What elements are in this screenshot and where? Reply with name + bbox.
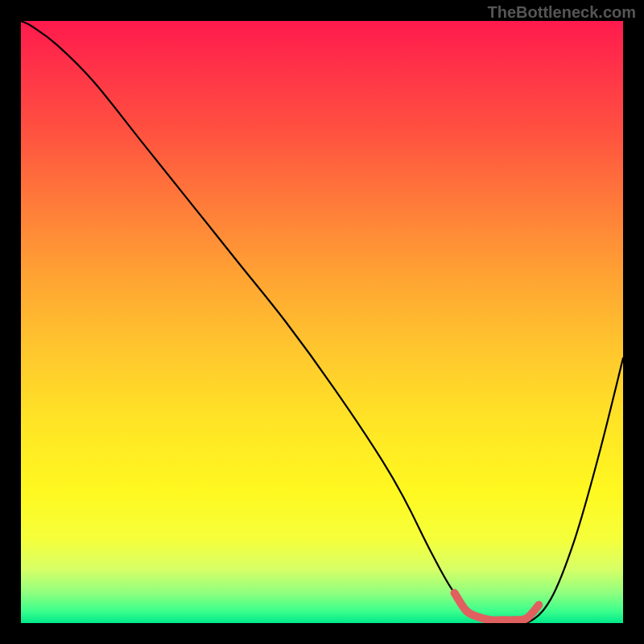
watermark-text: TheBottleneck.com <box>488 3 636 22</box>
highlight-segment-path <box>455 593 539 621</box>
bottleneck-curve-path <box>21 21 623 623</box>
chart-svg <box>21 21 623 623</box>
plot-area <box>21 21 623 623</box>
